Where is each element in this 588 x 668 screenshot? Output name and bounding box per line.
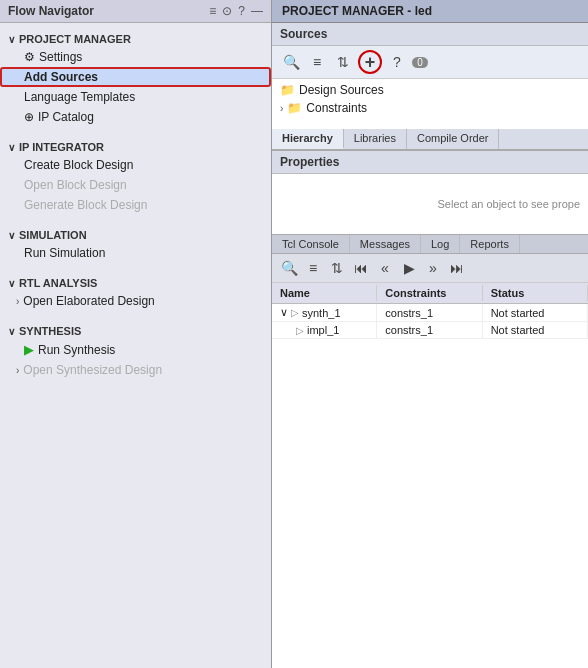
table-row[interactable]: ∨ ▷ synth_1 constrs_1 Not started — [272, 304, 588, 322]
expand-all-button[interactable]: ⇅ — [332, 51, 354, 73]
play-icon: ▶ — [24, 342, 34, 357]
console-first-button[interactable]: ⏮ — [350, 257, 372, 279]
table-header: Name Constraints Status — [272, 283, 588, 304]
search-button[interactable]: 🔍 — [280, 51, 302, 73]
tree-design-sources[interactable]: 📁 Design Sources — [272, 81, 588, 99]
cell-constraints-impl1: constrs_1 — [377, 322, 482, 338]
menu-icon[interactable]: ≡ — [209, 4, 216, 18]
sources-header: Sources — [272, 23, 588, 46]
nav-ip-catalog[interactable]: ⊕ IP Catalog — [0, 107, 271, 127]
header-icons: ≡ ⊙ ? — — [209, 4, 263, 18]
col-status: Status — [483, 285, 588, 301]
tab-log[interactable]: Log — [421, 235, 460, 253]
section-label: SYNTHESIS — [19, 325, 81, 337]
collapse-all-button[interactable]: ≡ — [306, 51, 328, 73]
section-project-manager[interactable]: ∨ PROJECT MANAGER — [0, 27, 271, 47]
pin-icon[interactable]: ⊙ — [222, 4, 232, 18]
tab-tcl-console[interactable]: Tcl Console — [272, 235, 350, 253]
nav-language-templates[interactable]: Language Templates — [0, 87, 271, 107]
minimize-icon[interactable]: — — [251, 4, 263, 18]
section-label: SIMULATION — [19, 229, 87, 241]
nav-add-sources[interactable]: Add Sources — [0, 67, 271, 87]
section-rtl-analysis[interactable]: ∨ RTL ANALYSIS — [0, 271, 271, 291]
flow-nav-title: Flow Navigator — [8, 4, 94, 18]
project-manager-header: PROJECT MANAGER - led — [272, 0, 588, 23]
console-collapse-button[interactable]: ≡ — [302, 257, 324, 279]
section-label: IP INTEGRATOR — [19, 141, 104, 153]
project-manager-title: PROJECT MANAGER - led — [282, 4, 432, 18]
nav-run-simulation[interactable]: Run Simulation — [0, 243, 271, 263]
expand-arrow-icon: › — [16, 365, 19, 376]
folder-icon: 📁 — [287, 101, 302, 115]
properties-section: Properties Select an object to see prope — [272, 151, 588, 235]
section-label: RTL ANALYSIS — [19, 277, 97, 289]
console-table: Name Constraints Status ∨ ▷ synth_1 cons… — [272, 283, 588, 668]
sources-badge: 0 — [412, 57, 428, 68]
sources-toolbar: 🔍 ≡ ⇅ + ? 0 — [272, 46, 588, 79]
nav-run-synthesis[interactable]: ▶ Run Synthesis — [0, 339, 271, 360]
tab-hierarchy[interactable]: Hierarchy — [272, 129, 344, 149]
nav-open-block-design: Open Block Design — [0, 175, 271, 195]
console-play-button[interactable]: ▶ — [398, 257, 420, 279]
play-icon: ▷ — [296, 325, 304, 336]
section-arrow: ∨ — [8, 278, 15, 289]
table-row[interactable]: ▷ impl_1 constrs_1 Not started — [272, 322, 588, 339]
properties-content: Select an object to see prope — [272, 174, 588, 234]
console-expand-button[interactable]: ⇅ — [326, 257, 348, 279]
properties-header: Properties — [272, 151, 588, 174]
gear-icon: ⚙ — [24, 50, 35, 64]
cell-constraints-synth1: constrs_1 — [377, 304, 482, 321]
section-arrow: ∨ — [8, 142, 15, 153]
console-toolbar: 🔍 ≡ ⇅ ⏮ « ▶ » ⏭ — [272, 254, 588, 283]
nav-open-synthesized-design: › Open Synthesized Design — [0, 360, 271, 380]
section-label: PROJECT MANAGER — [19, 33, 131, 45]
ip-icon: ⊕ — [24, 110, 34, 124]
col-constraints: Constraints — [377, 285, 482, 301]
section-arrow: ∨ — [8, 326, 15, 337]
cell-name-synth1: ∨ ▷ synth_1 — [272, 304, 377, 321]
nav-settings[interactable]: ⚙ Settings — [0, 47, 271, 67]
flow-nav-header: Flow Navigator ≡ ⊙ ? — — [0, 0, 271, 23]
nav-generate-block-design: Generate Block Design — [0, 195, 271, 215]
expand-icon: › — [280, 103, 283, 114]
nav-content: ∨ PROJECT MANAGER ⚙ Settings Add Sources… — [0, 23, 271, 668]
tab-compile-order[interactable]: Compile Order — [407, 129, 500, 149]
console-search-button[interactable]: 🔍 — [278, 257, 300, 279]
console-tabs: Tcl Console Messages Log Reports — [272, 235, 588, 254]
section-arrow: ∨ — [8, 34, 15, 45]
right-panel: PROJECT MANAGER - led Sources 🔍 ≡ ⇅ + ? … — [272, 0, 588, 668]
sources-tabs: Hierarchy Libraries Compile Order — [272, 129, 588, 150]
flow-navigator-panel: Flow Navigator ≡ ⊙ ? — ∨ PROJECT MANAGER… — [0, 0, 272, 668]
play-icon: ▷ — [291, 307, 299, 318]
sources-tree: 📁 Design Sources › 📁 Constraints — [272, 79, 588, 129]
console-last-button[interactable]: ⏭ — [446, 257, 468, 279]
cell-status-synth1: Not started — [483, 304, 588, 321]
sources-section: Sources 🔍 ≡ ⇅ + ? 0 📁 Design Sources › 📁… — [272, 23, 588, 151]
expand-arrow-icon: › — [16, 296, 19, 307]
tab-reports[interactable]: Reports — [460, 235, 520, 253]
console-section: Tcl Console Messages Log Reports 🔍 ≡ ⇅ ⏮… — [272, 235, 588, 668]
cell-name-impl1: ▷ impl_1 — [272, 322, 377, 338]
section-simulation[interactable]: ∨ SIMULATION — [0, 223, 271, 243]
folder-icon: 📁 — [280, 83, 295, 97]
console-prev-button[interactable]: « — [374, 257, 396, 279]
tree-constraints[interactable]: › 📁 Constraints — [272, 99, 588, 117]
tab-messages[interactable]: Messages — [350, 235, 421, 253]
section-arrow: ∨ — [8, 230, 15, 241]
tab-libraries[interactable]: Libraries — [344, 129, 407, 149]
section-ip-integrator[interactable]: ∨ IP INTEGRATOR — [0, 135, 271, 155]
cell-status-impl1: Not started — [483, 322, 588, 338]
console-next-button[interactable]: » — [422, 257, 444, 279]
col-name: Name — [272, 285, 377, 301]
nav-create-block-design[interactable]: Create Block Design — [0, 155, 271, 175]
help-icon[interactable]: ? — [238, 4, 245, 18]
help-button[interactable]: ? — [386, 51, 408, 73]
section-synthesis[interactable]: ∨ SYNTHESIS — [0, 319, 271, 339]
add-sources-button[interactable]: + — [358, 50, 382, 74]
nav-open-elaborated-design[interactable]: › Open Elaborated Design — [0, 291, 271, 311]
row-arrow-icon: ∨ — [280, 306, 288, 319]
